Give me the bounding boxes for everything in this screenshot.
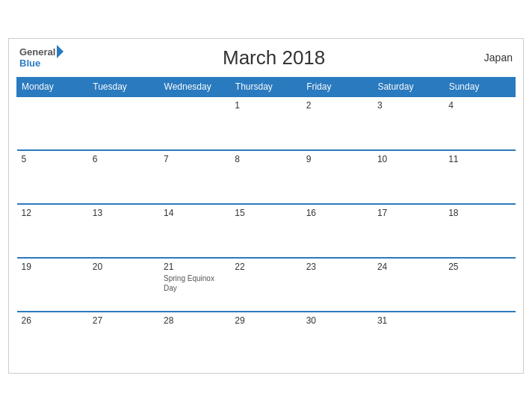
day-cell: 4 [444, 96, 515, 150]
day-cell: 30 [302, 312, 373, 365]
day-number: 24 [377, 262, 439, 272]
day-number: 21 [164, 262, 226, 272]
day-number: 16 [306, 208, 368, 218]
day-number: 19 [22, 262, 84, 272]
day-number: 25 [448, 262, 510, 272]
day-number: 18 [448, 208, 510, 218]
day-number: 9 [306, 154, 368, 164]
day-cell: 14 [159, 204, 230, 258]
weekday-header-monday: Monday [17, 77, 88, 96]
day-number: 3 [377, 100, 439, 111]
day-cell [17, 96, 88, 150]
day-cell: 17 [373, 204, 444, 258]
day-cell: 10 [373, 150, 444, 204]
weekday-header-friday: Friday [302, 77, 373, 96]
day-cell: 20 [88, 258, 159, 312]
day-cell: 15 [230, 204, 301, 258]
logo-general: General [19, 47, 55, 58]
day-number: 1 [235, 100, 297, 111]
weekday-header-tuesday: Tuesday [88, 77, 159, 96]
day-number: 26 [22, 315, 84, 326]
day-cell: 5 [17, 150, 88, 204]
day-number: 10 [377, 154, 439, 164]
day-number: 2 [306, 100, 368, 111]
week-row-1: 567891011 [17, 150, 516, 204]
weekday-header-saturday: Saturday [373, 77, 444, 96]
day-cell [88, 96, 159, 150]
day-cell: 24 [373, 258, 444, 312]
day-cell: 1 [230, 96, 301, 150]
day-cell: 25 [444, 258, 515, 312]
weekday-header-wednesday: Wednesday [159, 77, 230, 96]
day-cell: 27 [88, 312, 159, 365]
day-cell: 26 [17, 312, 88, 365]
day-number: 20 [93, 262, 155, 272]
day-cell: 31 [373, 312, 444, 365]
day-number: 4 [448, 100, 510, 111]
logo: General Blue [19, 46, 64, 69]
week-row-2: 12131415161718 [17, 204, 516, 258]
weekday-header-thursday: Thursday [230, 77, 301, 96]
day-cell [159, 96, 230, 150]
weekday-header-sunday: Sunday [444, 77, 515, 96]
day-number: 28 [164, 315, 226, 326]
day-cell: 29 [230, 312, 301, 365]
day-cell: 3 [373, 96, 444, 150]
day-number: 15 [235, 208, 297, 218]
day-number: 27 [93, 315, 155, 326]
day-number: 5 [22, 154, 84, 164]
calendar-header: General Blue March 2018 Japan [16, 46, 516, 69]
day-number: 29 [235, 315, 297, 326]
day-cell: 12 [17, 204, 88, 258]
calendar-grid: MondayTuesdayWednesdayThursdayFridaySatu… [16, 77, 516, 365]
day-cell: 13 [88, 204, 159, 258]
day-cell: 6 [88, 150, 159, 204]
day-number: 8 [235, 154, 297, 164]
day-number: 7 [164, 154, 226, 164]
day-number: 11 [448, 154, 510, 164]
logo-triangle-icon [57, 45, 64, 58]
logo-blue: Blue [19, 58, 64, 69]
calendar-container: General Blue March 2018 Japan MondayTues… [8, 38, 524, 374]
day-number: 30 [306, 315, 368, 326]
day-cell: 18 [444, 204, 515, 258]
day-cell: 8 [230, 150, 301, 204]
week-row-4: 262728293031 [17, 312, 516, 365]
day-number: 22 [235, 262, 297, 272]
day-cell: 22 [230, 258, 301, 312]
day-cell: 11 [444, 150, 515, 204]
weekday-header-row: MondayTuesdayWednesdayThursdayFridaySatu… [17, 77, 516, 96]
week-row-0: 1234 [17, 96, 516, 150]
day-cell: 16 [302, 204, 373, 258]
day-cell: 28 [159, 312, 230, 365]
day-cell: 19 [17, 258, 88, 312]
week-row-3: 192021Spring Equinox Day22232425 [17, 258, 516, 312]
calendar-title: March 2018 [223, 46, 325, 69]
day-cell: 2 [302, 96, 373, 150]
day-number: 12 [22, 208, 84, 218]
day-number: 13 [93, 208, 155, 218]
day-number: 31 [377, 315, 439, 326]
day-cell [444, 312, 515, 365]
day-number: 6 [93, 154, 155, 164]
day-cell: 23 [302, 258, 373, 312]
day-number: 23 [306, 262, 368, 272]
calendar-country: Japan [484, 52, 513, 64]
holiday-label: Spring Equinox Day [164, 274, 226, 293]
day-number: 14 [164, 208, 226, 218]
day-number: 17 [377, 208, 439, 218]
day-cell: 21Spring Equinox Day [159, 258, 230, 312]
day-cell: 9 [302, 150, 373, 204]
day-cell: 7 [159, 150, 230, 204]
